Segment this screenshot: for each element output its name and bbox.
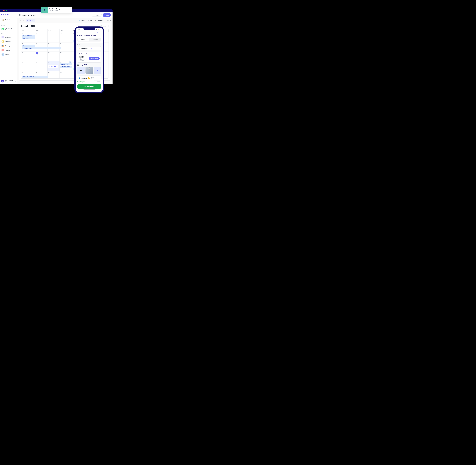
sidebar-item-checklists[interactable]: ✓ Checklists xyxy=(1,35,16,39)
calendar-cell[interactable]: 02 xyxy=(35,32,48,42)
assignee-name: Leslie Alexander xyxy=(91,77,100,79)
add-button[interactable]: ＋ ADD xyxy=(103,13,111,17)
tab-comments[interactable]: Comments xyxy=(89,38,101,41)
complete-task-button[interactable]: Complete Task xyxy=(77,84,101,89)
calendar-cell[interactable]: 17 xyxy=(48,52,60,61)
sidebar-item-vendors[interactable]: 🏢 Vendors xyxy=(1,53,16,56)
calendar-cell[interactable]: 31 xyxy=(48,71,60,78)
back-button[interactable]: ‹ xyxy=(77,31,78,33)
media-more-button[interactable]: +4 xyxy=(94,67,101,74)
user-role: Manager xyxy=(5,81,13,83)
calendar-cell[interactable]: 16 xyxy=(35,52,48,61)
export-button[interactable]: ⬇Export xyxy=(105,20,111,21)
calendar-icon: ▦ xyxy=(27,20,28,21)
calendar-cell[interactable]: 10 xyxy=(48,42,60,52)
message-icon: 💬 xyxy=(1,40,4,43)
chevron-right-icon[interactable]: › xyxy=(101,64,101,66)
pause-button[interactable]: ⏸Pause xyxy=(93,80,101,83)
calendar-event[interactable]: Make the bed xyxy=(22,37,35,39)
app-logo: Xenia xyxy=(1,13,16,16)
camera-icon: 📷 xyxy=(77,64,79,66)
day-header: SUN xyxy=(21,29,35,32)
plus-icon: ＋ xyxy=(105,14,106,16)
view-list-button[interactable]: ☰ List xyxy=(19,19,25,22)
bell-icon xyxy=(41,7,48,13)
calendar-cell[interactable]: 09 xyxy=(35,42,48,52)
calendar-event[interactable]: Prepare for Gala event xyxy=(22,76,48,78)
calendar-cell[interactable]: 25 +2 Service HVAC Sanitize kitchen a... xyxy=(60,61,72,71)
view-checklist-button[interactable]: View Checklist xyxy=(89,57,100,60)
calendar-cell[interactable]: 24 ＋ ADD TASK xyxy=(48,61,60,71)
sidebar-item-directory[interactable]: 👥 Directory xyxy=(1,44,16,48)
search-button[interactable]: 🔍Search xyxy=(79,20,85,21)
calendar-cell[interactable]: 01 xyxy=(60,71,72,78)
checklist-section-label: Checklist xyxy=(81,53,87,55)
bell-icon: 🔔 xyxy=(2,19,4,21)
sidebar-item-locations[interactable]: 📍 Locations xyxy=(1,48,16,52)
status-dropdown[interactable]: In Progress ⌄ xyxy=(77,46,101,50)
calendar-month-label: December 2022 xyxy=(21,25,35,27)
user-profile[interactable]: J John Anderson Manager ⇅ xyxy=(1,80,16,83)
menu-toggle-icon[interactable]: ☰ xyxy=(19,14,21,16)
boards-label: BOARDS ＋ xyxy=(1,24,16,26)
sidebar-notifications[interactable]: 🔔 Notifications xyxy=(1,18,16,22)
calendar-cell[interactable]: 22 xyxy=(21,61,35,71)
calendar-cell[interactable]: 08 Clean the entryway Pool maintenance xyxy=(21,42,35,52)
checklist-icon: ✓ xyxy=(1,36,4,38)
calendar-cell[interactable]: 04 xyxy=(60,32,72,42)
home-indicator[interactable] xyxy=(83,90,95,90)
checklist-icon: ☑ xyxy=(79,53,80,55)
checklist-progress: 0 of 50 Items Complete xyxy=(79,59,88,61)
assignee-label: Assignee xyxy=(81,77,87,79)
clipboard-icon: 📋 xyxy=(1,28,4,30)
chevron-down-icon: ▾ xyxy=(100,15,100,16)
filter-icon: ⚙ xyxy=(88,20,89,21)
add-task-button[interactable]: ＋ ADD TASK xyxy=(48,65,58,68)
calendar-next-button[interactable]: › xyxy=(39,25,39,27)
add-board-button[interactable]: ＋ xyxy=(14,24,16,26)
add-media-button[interactable]: 📷 xyxy=(77,67,85,74)
vendor-icon: 🏢 xyxy=(1,53,4,56)
camera-plus-icon: 📷 xyxy=(80,69,82,71)
completed-button[interactable]: 👁Completed xyxy=(95,20,103,21)
sidebar-item-task-work-orders[interactable]: 📋 Task & Work Orders xyxy=(1,27,16,31)
download-icon: ⬇ xyxy=(105,20,106,21)
phone-mockup: 9:41 •ıl📶🔋 ‹ ✎Edit ⋯ Repair Shower Head … xyxy=(74,26,104,93)
sidebar: Xenia 🔔 Notifications BOARDS ＋ 📋 Task & … xyxy=(0,12,17,84)
status-dot-icon xyxy=(93,15,93,15)
more-icon[interactable]: ⋯ xyxy=(100,31,101,33)
pause-icon: ⏸ xyxy=(94,81,96,83)
calendar-cell[interactable]: 01 Check HVAC filters Make the bed xyxy=(21,32,35,42)
checklist-name: Bathroom Inspection xyxy=(79,56,88,58)
calendar-cell[interactable]: 03 xyxy=(48,32,60,42)
sidebar-item-messaging[interactable]: 💬 Messaging xyxy=(1,40,16,43)
calendar-prev-button[interactable]: ‹ xyxy=(37,25,37,27)
calendar-event[interactable]: Service HVAC xyxy=(60,63,72,65)
avatar xyxy=(88,77,90,79)
calendar-cell[interactable]: 29 Prepare for Gala event xyxy=(21,71,35,78)
notification-toast[interactable]: New Task Assigned Spa area repair xyxy=(41,7,72,13)
toast-subtitle: Spa area repair xyxy=(49,10,62,11)
edit-button[interactable]: ✎Edit xyxy=(94,32,98,33)
filter-button[interactable]: ⚙Filter xyxy=(88,20,92,21)
media-thumbnail[interactable] xyxy=(85,67,93,74)
calendar-event[interactable]: Clean the entryway xyxy=(22,45,35,47)
calendar-cell[interactable]: 18 xyxy=(60,52,72,61)
apps-label: APPS xyxy=(1,33,16,34)
calendar-event[interactable]: Pool maintenance xyxy=(22,47,61,49)
task-title: Repair Shower Head xyxy=(76,34,103,38)
calendar-cell[interactable]: 11 xyxy=(60,42,72,52)
calendar-view-dropdown[interactable]: Month ▾ xyxy=(102,25,109,27)
avatar: J xyxy=(1,80,4,83)
availability-dropdown[interactable]: Available ▾ xyxy=(91,14,102,16)
calendar-event[interactable]: Check HVAC filters xyxy=(22,35,35,37)
calendar-cell[interactable]: 23 xyxy=(35,61,48,71)
view-calendar-button[interactable]: ▦ Calendar xyxy=(26,19,35,22)
directory-icon: 👥 xyxy=(1,44,4,47)
calendar-cell[interactable]: 15 xyxy=(21,52,35,61)
more-events-badge[interactable]: +2 xyxy=(69,61,72,63)
calendar-event[interactable]: Sanitize kitchen a... xyxy=(60,66,72,68)
tab-details[interactable]: Details xyxy=(78,38,89,41)
footer-status-label: In Progress xyxy=(77,81,85,83)
sidebar-notifications-label: Notifications xyxy=(5,19,12,21)
